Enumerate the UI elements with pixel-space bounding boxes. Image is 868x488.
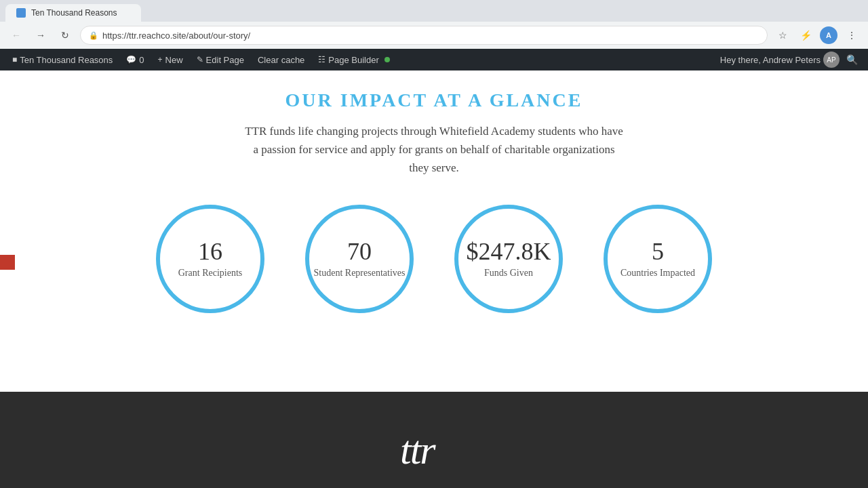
url-text: https://ttr.reachco.site/about/our-story… [102,30,250,41]
address-bar[interactable]: 🔒 https://ttr.reachco.site/about/our-sto… [80,26,768,45]
stat-label: Grant Recipients [178,267,242,279]
page-footer: ttr ABOUTCONTACT USSTUDENT APPLICATIONBE… [0,392,868,488]
stat-number: 5 [652,237,664,266]
page-content: OUR IMPACT AT A GLANCE TTR funds life ch… [0,70,868,392]
tab-title: Ten Thousand Reasons [31,8,117,18]
admin-page-builder[interactable]: ☷ Page Builder [313,49,395,70]
forward-button[interactable]: → [31,26,50,45]
wp-icon: ■ [12,55,17,64]
stat-label: Student Representatives [314,267,406,279]
admin-comments[interactable]: 💬 0 [121,49,149,70]
pencil-icon: ✎ [197,55,203,64]
section-title: OUR IMPACT AT A GLANCE [285,89,583,111]
tab-bar: Ten Thousand Reasons [0,0,868,22]
admin-site-name[interactable]: ■ Ten Thousand Reasons [7,49,118,70]
stat-number: 16 [198,237,222,266]
back-button[interactable]: ← [7,26,26,45]
stats-row: 16Grant Recipients70Student Representati… [156,205,712,313]
stat-label: Funds Given [484,267,533,279]
ttr-logo-svg: ttr [393,420,475,474]
admin-edit-page[interactable]: ✎ Edit Page [191,49,250,70]
admin-avatar[interactable]: AP [823,52,840,68]
admin-bar-right: Hey there, Andrew Peters AP 🔍 [720,50,861,69]
toolbar-right: ☆ ⚡ A ⋮ [773,26,861,45]
profile-avatar: A [820,26,837,44]
comment-icon: 💬 [126,55,136,64]
admin-search-button[interactable]: 🔍 [842,50,861,69]
lock-icon: 🔒 [89,31,98,40]
refresh-button[interactable]: ↻ [56,26,75,45]
stat-circle: $247.8KFunds Given [454,205,563,313]
wp-admin-bar: ■ Ten Thousand Reasons 💬 0 + New ✎ Edit … [0,49,868,70]
admin-clear-cache[interactable]: Clear cache [252,49,310,70]
browser-chrome: Ten Thousand Reasons ← → ↻ 🔒 https://ttr… [0,0,868,49]
section-description: TTR funds life changing projects through… [244,122,624,178]
stat-number: $247.8K [467,237,551,266]
footer-logo: ttr [393,420,475,480]
red-dot-indicator [0,255,15,270]
stat-circle: 16Grant Recipients [156,205,264,313]
admin-new[interactable]: + New [153,49,189,70]
bookmark-button[interactable]: ☆ [773,26,792,45]
stat-circle: 70Student Representatives [305,205,414,313]
stat-number: 70 [347,237,372,266]
stat-circle: 5Countries Impacted [604,205,712,313]
extensions-button[interactable]: ⚡ [796,26,815,45]
active-tab[interactable]: Ten Thousand Reasons [5,4,141,22]
browser-toolbar: ← → ↻ 🔒 https://ttr.reachco.site/about/o… [0,22,868,49]
tab-favicon [16,8,26,18]
profile-button[interactable]: A [819,26,838,45]
page-builder-icon: ☷ [318,55,326,64]
page-builder-status-dot [384,57,390,62]
stat-label: Countries Impacted [620,267,695,279]
menu-button[interactable]: ⋮ [842,26,861,45]
plus-icon: + [158,55,163,64]
svg-text:ttr: ttr [400,428,436,472]
